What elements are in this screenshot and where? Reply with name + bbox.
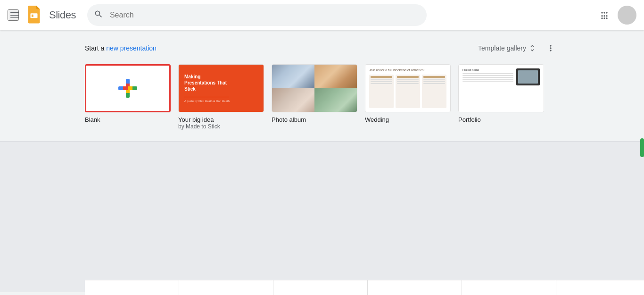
portfolio-screen [518, 70, 538, 84]
template-gallery-button[interactable]: Template gallery [474, 42, 540, 54]
blank-thumb-content [86, 66, 169, 111]
portfolio-top-section: Project name [462, 68, 540, 85]
recent-files-section [0, 141, 644, 292]
section-header: Start a new presentation Template galler… [85, 40, 559, 57]
blank-thumbnail[interactable] [85, 64, 171, 112]
template-mpts-label: Your big idea [178, 116, 214, 123]
avatar[interactable] [618, 6, 636, 25]
app-header: Slides [0, 0, 644, 30]
wedding-thumb-content: Join us for a full weekend of activities… [365, 65, 450, 112]
portfolio-title-text: Project name [462, 68, 513, 71]
template-portfolio-label: Portfolio [458, 116, 481, 123]
mpts-divider [184, 97, 229, 97]
template-photo-album[interactable]: Photo album [272, 64, 357, 130]
portfolio-thumbnail[interactable]: Project name [458, 64, 544, 112]
more-options-button[interactable] [542, 40, 559, 57]
wedding-header: Join us for a full weekend of activities… [369, 68, 446, 72]
bottom-tab-3 [273, 280, 368, 295]
photo-cell-nature [314, 88, 357, 112]
photo-album-thumb-content [272, 65, 357, 112]
search-input[interactable] [87, 4, 427, 26]
photo-cell-bridge [272, 65, 314, 88]
hamburger-menu-button[interactable] [8, 9, 19, 21]
mpts-thumbnail[interactable]: MakingPresentations ThatStick A guide by… [178, 64, 264, 112]
wedding-col-1 [369, 75, 394, 108]
svg-rect-0 [31, 13, 38, 18]
template-blank-label: Blank [85, 116, 100, 123]
template-wedding[interactable]: Join us for a full weekend of activities… [365, 64, 451, 130]
photo-album-thumbnail[interactable] [272, 64, 357, 112]
search-icon [94, 9, 103, 21]
mpts-title: MakingPresentations ThatStick [184, 74, 258, 92]
bottom-tab-1 [85, 280, 179, 295]
header-right [595, 6, 636, 25]
app-name-label: Slides [49, 9, 76, 21]
section-title-prefix: Start a [85, 44, 106, 52]
google-apps-button[interactable] [595, 6, 614, 25]
main-content: Start a new presentation Template galler… [0, 30, 644, 130]
template-blank[interactable]: Blank [85, 64, 171, 130]
template-photo-album-label: Photo album [272, 116, 306, 123]
portfolio-text-block: Project name [462, 68, 513, 85]
photo-cell-wedding [272, 88, 314, 112]
header-controls: Template gallery [474, 40, 559, 57]
wedding-header-text: Join us for a full weekend of activities… [369, 68, 425, 72]
new-presentation-link[interactable]: new presentation [106, 44, 157, 52]
template-gallery-label: Template gallery [478, 44, 526, 52]
wedding-col-2 [396, 75, 420, 108]
app-logo [25, 6, 43, 25]
bottom-tab-5 [462, 280, 556, 295]
section-title: Start a new presentation [85, 44, 157, 52]
template-your-big-idea[interactable]: MakingPresentations ThatStick A guide by… [178, 64, 264, 130]
portfolio-device-icon [516, 68, 540, 85]
mpts-thumb-content: MakingPresentations ThatStick A guide by… [179, 65, 264, 112]
photo-cell-food [314, 65, 357, 88]
bottom-tab-4 [368, 280, 462, 295]
wedding-thumbnail[interactable]: Join us for a full weekend of activities… [365, 64, 451, 112]
wedding-content-rows [369, 75, 446, 108]
plus-icon [118, 79, 137, 98]
bottom-tabs-container [85, 280, 644, 295]
wedding-col-3 [422, 75, 446, 108]
template-wedding-label: Wedding [365, 116, 389, 123]
template-mpts-author: by Made to Stick [178, 123, 220, 130]
scrollbar-indicator[interactable] [640, 138, 644, 157]
mpts-subtitle: A guide by Chip Heath & Dan Heath [184, 99, 258, 103]
search-bar[interactable] [87, 4, 427, 26]
templates-grid: Blank MakingPresentations ThatStick A gu… [85, 64, 559, 130]
header-left: Slides [8, 6, 76, 25]
template-portfolio[interactable]: Project name Portfolio [458, 64, 544, 130]
portfolio-thumb-content: Project name [459, 65, 544, 112]
svg-rect-1 [32, 15, 33, 17]
bottom-tab-2 [179, 280, 273, 295]
